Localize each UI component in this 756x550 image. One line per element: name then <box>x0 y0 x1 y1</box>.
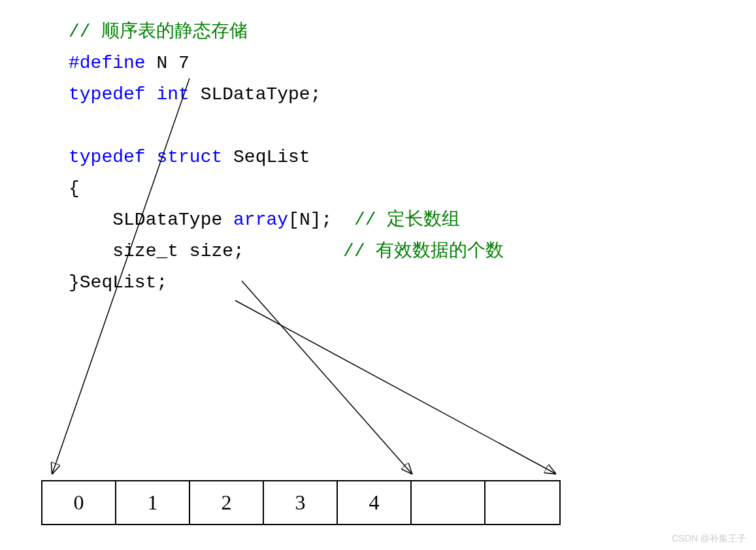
member-size: size_t size; <box>112 241 244 261</box>
code-line-1: // 顺序表的静态存储 <box>69 16 504 48</box>
array-cell-2: 2 <box>190 481 264 524</box>
array-cell-5 <box>412 481 485 524</box>
array-cell-0: 0 <box>42 481 116 524</box>
array-diagram: 0 1 2 3 4 <box>41 480 561 525</box>
array-cell-1: 1 <box>116 481 190 524</box>
array-cell-6 <box>485 481 559 524</box>
code-line-6: SLDataType array[N]; // 定长数组 <box>69 204 504 236</box>
code-line-5: { <box>69 173 504 204</box>
code-line-7: size_t size; // 有效数据的个数 <box>69 236 504 267</box>
open-brace: { <box>69 178 80 199</box>
keyword-int: int <box>156 84 189 105</box>
define-value: N 7 <box>146 53 189 73</box>
keyword-define: #define <box>69 53 146 73</box>
member-type: SLDataType <box>112 210 233 230</box>
array-cell-4: 4 <box>338 481 412 524</box>
member-array: array <box>233 210 288 230</box>
close-brace: }SeqList; <box>69 272 167 293</box>
watermark: CSDN @补集王子 <box>672 533 746 545</box>
code-line-4: typedef struct SeqList <box>69 142 504 173</box>
comment-array: // 定长数组 <box>332 210 460 230</box>
comment-size: // 有效数据的个数 <box>244 241 504 261</box>
code-line-3: typedef int SLDataType; <box>69 79 504 110</box>
array-cell-3: 3 <box>264 481 338 524</box>
code-line-8: }SeqList; <box>69 267 504 299</box>
arrow-size-to-filled <box>242 281 412 474</box>
comment-text: // 顺序表的静态存储 <box>69 22 248 42</box>
code-block: // 顺序表的静态存储 #define N 7 typedef int SLDa… <box>69 16 504 299</box>
arrow-array-to-end <box>235 300 555 474</box>
keyword-typedef: typedef <box>69 147 156 167</box>
struct-name: SeqList <box>222 147 310 167</box>
keyword-struct: struct <box>156 147 222 167</box>
array-dim: [N]; <box>288 210 332 230</box>
code-line-blank <box>69 110 504 142</box>
code-line-2: #define N 7 <box>69 48 504 79</box>
typedef-name: SLDataType; <box>189 84 321 105</box>
keyword-typedef: typedef <box>69 84 156 105</box>
